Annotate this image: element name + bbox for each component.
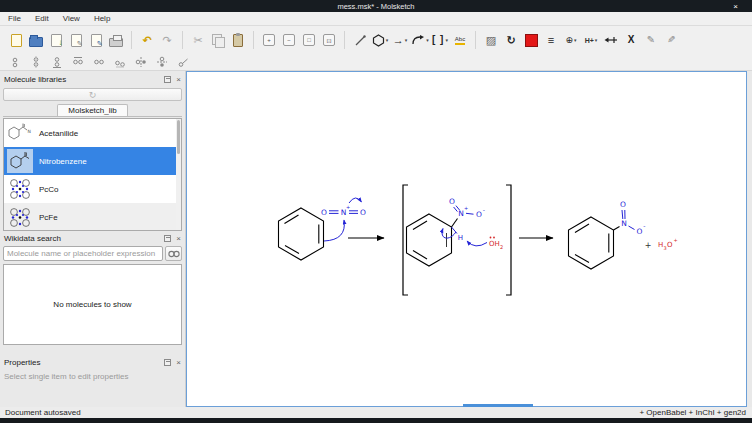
align-vertical-center-icon [30,56,42,68]
mechanism-arrow-attack[interactable] [324,220,344,241]
list-item-pcco[interactable]: PcCo [4,175,181,203]
tab-molsketch-lib[interactable]: Molsketch_lib [57,104,127,116]
reaction-arrow-tool-button[interactable]: → ▾ [390,29,410,51]
drawing-canvas[interactable]: O N + O [186,71,747,407]
delete-tool-button[interactable]: X [621,29,641,51]
close-panel-icon[interactable]: × [176,234,181,243]
molecule-libraries-panel: Molecule libraries × ↻ Molsketch_lib N A… [0,72,185,231]
properties-panel: Properties × Select single item to edit … [0,355,185,407]
float-panel-icon[interactable] [164,235,171,242]
cut-button[interactable]: ✂ [188,29,208,51]
open-file-button[interactable] [26,29,46,51]
color-swatch-button[interactable] [521,29,541,51]
align-bottom-button[interactable] [50,56,64,69]
align-top-button[interactable] [8,56,22,69]
screen-bottom-strip [0,418,752,423]
binoculars-icon [168,249,180,258]
flip-horizontal-button[interactable] [134,56,148,69]
refresh-libraries-button[interactable]: ↻ [3,88,182,101]
toolbar-separator [253,31,254,49]
nitrobenzene-product[interactable]: N O O - [569,200,646,269]
align-left-button[interactable] [71,56,85,69]
ring-tool-button[interactable]: ▾ [370,29,390,51]
menu-help[interactable]: Help [94,14,110,23]
paste-button[interactable] [228,29,248,51]
atom-o: O [449,197,455,206]
flip-vertical-button[interactable] [155,56,169,69]
redo-button[interactable]: ↷ [157,29,177,51]
hydrogen-tool-button[interactable]: H+ ▾ [581,29,601,51]
zoom-original-button[interactable]: □ [299,29,319,51]
atom-o: O [637,227,643,236]
save-button[interactable]: ↓ [46,29,66,51]
zoom-fit-button[interactable]: ⊡ [319,29,339,51]
align-vertical-center-button[interactable] [29,56,43,69]
align-horizontal-center-button[interactable] [92,56,106,69]
chevron-down-icon[interactable]: ▾ [405,37,408,43]
rotate-tool-button[interactable]: ↻ [501,29,521,51]
atom-n: N [621,219,627,228]
close-panel-icon[interactable]: × [176,75,181,84]
reaction-arrow-icon: → [393,35,404,46]
chevron-down-icon[interactable]: ▾ [574,37,577,43]
wikidata-search-panel: Wikidata search × No molecules to show [0,231,185,355]
draw-bond-icon [354,34,367,47]
close-window-icon[interactable]: × [733,0,738,12]
panel-title: Properties [4,358,40,367]
float-panel-icon[interactable] [164,359,171,366]
float-panel-icon[interactable] [164,76,171,83]
ring-icon [372,34,385,47]
chevron-down-icon[interactable]: ▾ [595,37,598,43]
print-button[interactable] [106,29,126,51]
water-molecule[interactable]: OH 2 [489,237,503,250]
list-item-nitrobenzene[interactable]: Nitrobenzene [4,147,181,175]
menu-file[interactable]: File [8,14,21,23]
close-panel-icon[interactable]: × [176,358,181,367]
mechanism-arrow-shift[interactable] [349,198,362,203]
hydrogen-icon: H+ [585,37,594,44]
zoom-out-button[interactable]: − [279,29,299,51]
arrow-plus-tool-button[interactable] [601,29,621,51]
align-right-button[interactable] [113,56,127,69]
nitronium-ion[interactable]: O N + O [321,204,366,217]
list-item-pcfe[interactable]: PcFe [4,203,181,231]
pen-increment-button[interactable]: ✎ [641,29,661,51]
line-width-button[interactable]: ≡ [541,29,561,51]
zoom-in-button[interactable]: + [259,29,279,51]
menu-edit[interactable]: Edit [35,14,49,23]
save-as-button[interactable]: ✎ [66,29,86,51]
wikidata-results-box: No molecules to show [3,264,182,345]
export-button[interactable]: ✎ [86,29,106,51]
list-item-acetanilide[interactable]: N Acetanilide [4,119,181,147]
chevron-down-icon[interactable]: ▾ [426,37,429,43]
mechanism-arrow-water[interactable] [467,241,487,246]
search-input[interactable] [3,246,163,261]
menu-view[interactable]: View [63,14,80,23]
chevron-down-icon[interactable]: ▾ [445,37,448,43]
bracket-icon: [ ] [432,35,444,45]
mechanism-arrow-tool-button[interactable]: ▾ [410,29,430,51]
draw-bond-tool-button[interactable] [350,29,370,51]
hatch-select-tool-button[interactable]: ▨ [481,29,501,51]
benzene-molecule[interactable] [279,208,324,260]
copy-button[interactable] [208,29,228,51]
pen-decrement-button[interactable]: ✎ [661,29,681,51]
arenium-intermediate[interactable]: H N + O O - [407,197,485,266]
dock-area: Molecule libraries × ↻ Molsketch_lib N A… [0,71,186,407]
properties-header: Properties × [0,355,185,369]
charge-tool-button[interactable]: ⊕ ▾ [561,29,581,51]
search-button[interactable] [165,246,182,261]
chevron-down-icon[interactable]: ▾ [386,37,389,43]
window-title: mess.msk* - Molsketch [337,2,414,11]
hydronium-ion[interactable]: H 3 O + [658,237,678,251]
atom-h: H [458,234,463,242]
scrollbar-thumb[interactable] [177,120,180,154]
rotate-selection-button[interactable] [176,56,190,69]
atom-oh: OH [489,240,500,248]
new-document-button[interactable] [6,29,26,51]
text-tool-button[interactable]: Abc [450,29,470,51]
undo-button[interactable]: ↶ [137,29,157,51]
bracket-tool-button[interactable]: [ ] ▾ [430,29,450,51]
library-scrollbar[interactable] [176,119,181,230]
atom-o: O [667,241,673,249]
